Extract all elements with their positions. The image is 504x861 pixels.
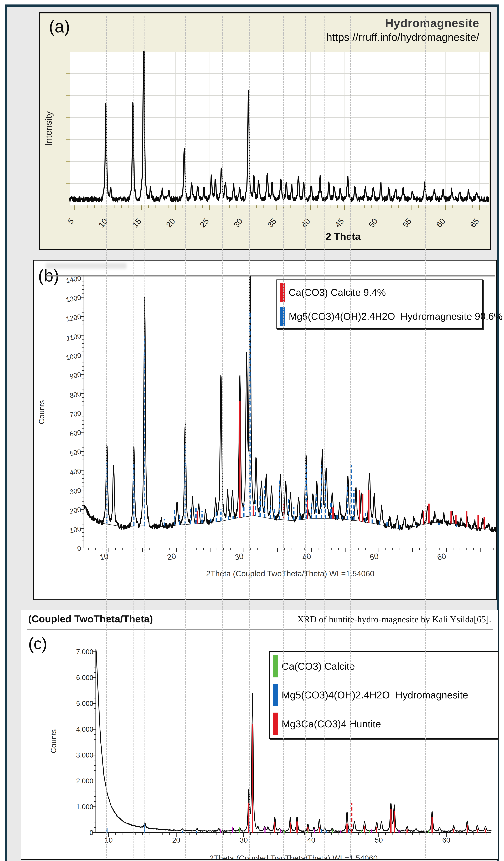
svg-text:50: 50 [369, 551, 379, 562]
svg-text:7,000: 7,000 [76, 648, 93, 656]
svg-text:65: 65 [468, 217, 481, 229]
panel-c-legend: Ca(CO3) Calcite Mg5(CO3)4(OH)2.4H2O Hydr… [269, 651, 499, 739]
svg-text:3,000: 3,000 [76, 751, 93, 759]
panel-c-huntite-hydromagnesite: (Coupled TwoTheta/Theta) XRD of huntite-… [21, 610, 499, 860]
svg-text:45: 45 [333, 217, 346, 229]
legend-label-hydromagnesite: Mg5(CO3)4(OH)2.4H2O Hydromagnesite [282, 689, 468, 701]
svg-text:40: 40 [299, 217, 312, 229]
svg-text:1100: 1100 [66, 332, 82, 342]
svg-text:1200: 1200 [65, 313, 82, 323]
svg-text:400: 400 [69, 467, 82, 477]
panel-b-legend: Ca(CO3) Calcite 9.4% Mg5(CO3)4(OH)2.4H2O… [276, 279, 483, 329]
calcite-color-swatch [280, 283, 285, 302]
svg-text:Counts: Counts [49, 729, 58, 753]
svg-text:5: 5 [66, 217, 76, 226]
svg-text:600: 600 [69, 428, 82, 438]
svg-text:30: 30 [240, 836, 248, 844]
svg-text:200: 200 [69, 506, 82, 515]
svg-text:50: 50 [367, 217, 380, 229]
legend-row-hydromagnesite: Mg5(CO3)4(OH)2.4H2O Hydromagnesite 90.6% [277, 304, 482, 328]
svg-text:10: 10 [97, 217, 109, 229]
svg-text:2 Theta: 2 Theta [326, 231, 361, 242]
legend-label-hydromagnesite: Mg5(CO3)4(OH)2.4H2O Hydromagnesite 90.6% [289, 311, 503, 322]
svg-text:4,000: 4,000 [76, 725, 93, 733]
svg-text:Intensity: Intensity [43, 111, 54, 146]
svg-text:55: 55 [401, 217, 413, 229]
svg-text:6,000: 6,000 [76, 674, 93, 681]
svg-text:10: 10 [105, 836, 113, 844]
svg-text:Counts: Counts [37, 400, 46, 424]
svg-text:0: 0 [90, 829, 93, 836]
panel-a-rruff-reference: (a) Hydromagnesite https://rruff.info/hy… [39, 12, 491, 250]
svg-text:40: 40 [301, 551, 312, 562]
legend-label-calcite: Ca(CO3) Calcite 9.4% [289, 287, 386, 298]
svg-text:20: 20 [166, 551, 177, 562]
legend-row-calcite: Ca(CO3) Calcite 9.4% [277, 281, 482, 304]
svg-text:60: 60 [442, 836, 450, 844]
svg-text:10: 10 [99, 551, 109, 562]
svg-text:40: 40 [307, 836, 315, 844]
svg-text:60: 60 [434, 217, 447, 229]
legend-row-calcite: Ca(CO3) Calcite [270, 652, 498, 681]
svg-text:5,000: 5,000 [76, 700, 93, 707]
svg-text:30: 30 [232, 217, 244, 229]
svg-text:35: 35 [265, 217, 278, 229]
svg-text:30: 30 [234, 551, 244, 562]
svg-text:100: 100 [69, 525, 82, 534]
svg-text:2Theta (Coupled TwoTheta/Theta: 2Theta (Coupled TwoTheta/Theta) WL=1.540… [206, 569, 374, 578]
svg-text:1300: 1300 [65, 293, 82, 304]
svg-text:800: 800 [69, 390, 82, 399]
svg-text:20: 20 [172, 836, 180, 844]
svg-text:20: 20 [164, 217, 177, 229]
legend-label-huntite: Mg3Ca(CO3)4 Huntite [282, 718, 381, 729]
svg-text:900: 900 [69, 371, 82, 380]
svg-text:1000: 1000 [65, 352, 82, 361]
xrd-plot-a: 5101520253035404550556065Intensity2 Thet… [40, 13, 490, 249]
svg-text:0: 0 [77, 544, 82, 552]
svg-text:1,000: 1,000 [76, 803, 93, 810]
svg-text:15: 15 [131, 217, 143, 229]
svg-text:2,000: 2,000 [76, 777, 93, 785]
svg-text:700: 700 [69, 409, 82, 419]
svg-text:50: 50 [375, 836, 383, 844]
svg-text:60: 60 [436, 551, 447, 562]
svg-text:2Theta (Coupled TwoTheta/Theta: 2Theta (Coupled TwoTheta/Theta) WL=1.540… [209, 854, 378, 859]
panel-b-rietveld-quantification: (b) 102030405060010020030040050060070080… [33, 260, 497, 600]
hydromagnesite-color-swatch [280, 307, 285, 326]
svg-text:25: 25 [198, 217, 211, 229]
figure-canvas: (a) Hydromagnesite https://rruff.info/hy… [0, 0, 504, 861]
calcite-color-swatch [273, 655, 278, 678]
svg-text:500: 500 [69, 448, 82, 457]
legend-label-calcite: Ca(CO3) Calcite [282, 660, 355, 672]
svg-text:300: 300 [69, 487, 82, 496]
huntite-color-swatch [273, 713, 278, 735]
legend-row-huntite: Mg3Ca(CO3)4 Huntite [270, 709, 498, 738]
legend-row-hydromagnesite: Mg5(CO3)4(OH)2.4H2O Hydromagnesite [270, 681, 498, 709]
hydromagnesite-color-swatch [273, 684, 278, 706]
